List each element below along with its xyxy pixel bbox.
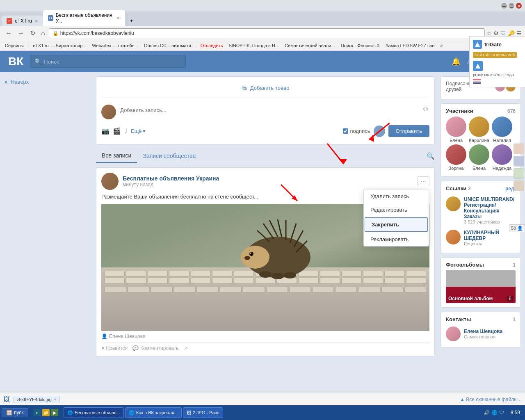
music-attach-icon[interactable]: ♩ (124, 127, 128, 135)
post-avatar (101, 173, 119, 190)
contact-avatar-1 (446, 326, 461, 341)
menu-pin[interactable]: Закрепить (365, 217, 428, 232)
links-title-text: Ссылки (446, 185, 466, 192)
edge-icon-1[interactable] (514, 144, 524, 154)
album-preview[interactable]: Основной альбом 6 (446, 270, 516, 303)
bookmark-lamp[interactable]: Лампа LED 5W E27 све (383, 42, 436, 49)
quicklaunch-ie[interactable]: e (34, 409, 41, 416)
video-icon[interactable]: 🎬 (113, 127, 121, 135)
tab-vk-close[interactable]: ✕ (116, 16, 120, 21)
tab-etxt[interactable]: e eTXT.ru ✕ (2, 16, 43, 26)
minimize-btn[interactable]: ─ (501, 3, 507, 9)
menu-edit[interactable]: Редактировать (364, 203, 429, 217)
bookmark-track[interactable]: Отследить (199, 42, 225, 49)
subscribe-checkbox[interactable] (343, 128, 348, 134)
bookmark-more[interactable]: » (438, 42, 444, 49)
submit-button[interactable]: Отправить (388, 125, 429, 137)
add-product-btn[interactable]: 🛍 Добавить товар (101, 82, 429, 94)
bookmark-sinoptik[interactable]: SINOPTIK: Погода в Н... (227, 42, 281, 49)
share-button[interactable]: ↗ (184, 345, 188, 351)
contact-name-1[interactable]: Елена Шевцова (464, 329, 502, 334)
taskbar-item-3-label: 2.JPG - Paint (193, 410, 219, 415)
vk-search-bar[interactable]: 🔍 (30, 55, 186, 68)
download-all-link[interactable]: ▲ Все скачанные файлы... (460, 397, 522, 402)
download-bar: 🖼 z5k6FYF4dxk.jpg ▾ ▲ Все скачанные файл… (0, 393, 525, 405)
like-label: Нравится (106, 345, 128, 351)
vk-logo[interactable]: ВК (8, 55, 23, 68)
back-icon: ∧ (4, 79, 8, 85)
notifications-icon[interactable]: 🔔 (452, 57, 461, 66)
compose-actions: 📷 🎬 ♩ Ещё ▾ подпись Отправи (101, 123, 429, 139)
key (197, 287, 219, 292)
back-button[interactable]: ← (3, 29, 14, 38)
tab-etxt-label: eTXT.ru (15, 18, 32, 24)
frigate-status-text: proxy включён всегда (473, 73, 514, 77)
key (105, 287, 126, 292)
tab-vk[interactable]: В Бесплатные объявления У... ✕ (43, 10, 125, 26)
tab-search-icon[interactable]: 🔍 (427, 152, 435, 160)
forward-button[interactable]: → (16, 29, 26, 38)
quicklaunch-media[interactable]: ▶ (51, 409, 58, 416)
download-chevron[interactable]: ▾ (54, 397, 56, 402)
maximize-btn[interactable]: □ (509, 3, 514, 9)
bookmark-obmen[interactable]: Obmen.CC :: автомати... (142, 42, 196, 49)
vk-page: ВК 🔍 🔔 ♫ Елена Е ▼ (0, 51, 525, 420)
edge-icon-3[interactable] (514, 168, 524, 179)
quicklaunch-folder[interactable]: 📁 (42, 409, 50, 416)
emoji-icon[interactable]: ☺ (422, 105, 429, 113)
edge-icon-2[interactable] (514, 156, 524, 167)
taskbar-item-2[interactable]: 🌐 Как в ВК закрепля... (125, 407, 182, 418)
taskbar-quicklaunch: e 📁 ▶ (34, 409, 58, 416)
close-btn[interactable]: ✕ (516, 3, 522, 9)
tab-etxt-close[interactable]: ✕ (34, 18, 38, 24)
compose-input[interactable] (120, 105, 418, 116)
reload-button[interactable]: ↻ (28, 28, 37, 38)
start-label: пуск (14, 410, 24, 415)
comment-button[interactable]: 💬 Комментировать (132, 345, 178, 351)
tabs-bar: Все записи Записи сообщества 🔍 (96, 149, 435, 163)
address-bar[interactable]: 🔒 https://vk.com/besedkaobyavleniu (49, 28, 485, 38)
edge-icon-4[interactable] (514, 180, 524, 191)
bookmark-etxt[interactable]: eTXT.ru — Биржа копир... (31, 42, 88, 49)
menu-advertise[interactable]: Рекламировать (364, 233, 429, 246)
menu-delete[interactable]: Удалить запись (364, 189, 429, 203)
key (406, 271, 426, 276)
flag-us (473, 79, 481, 84)
link-title-1[interactable]: UNICE MULTIBRAND/ Регистрация/ Консульта… (464, 196, 516, 219)
back-to-top[interactable]: ∧ Наверх (4, 76, 86, 87)
bookmark-semantic[interactable]: Семантический анали... (283, 42, 337, 49)
more-btn[interactable]: Ещё ▾ (131, 128, 146, 134)
like-button[interactable]: ♥ Нравится (101, 345, 128, 351)
extensions-button[interactable]: ⚙ (493, 30, 499, 37)
browser-frame: ─ □ ✕ e eTXT.ru ✕ В Бесплатные объявлени… (0, 0, 525, 420)
tab-all-posts[interactable]: Все записи (96, 149, 137, 163)
svg-point-11 (250, 253, 251, 254)
clock-time: 8:59 (511, 410, 520, 415)
download-item[interactable]: z5k6FYF4dxk.jpg ▾ (13, 396, 60, 403)
home-button[interactable]: ⌂ (39, 29, 47, 38)
tab-new[interactable]: + (125, 16, 138, 26)
post-menu-button[interactable]: ··· Удалить запись Редактировать Закрепи… (417, 176, 429, 186)
notif-2: 🌐 (491, 410, 498, 415)
post-author[interactable]: Бесплатные объявления Украина (123, 175, 413, 182)
password-button[interactable]: 🔑 (508, 30, 515, 37)
taskbar-item-1[interactable]: 🌐 Бесплатные объявл... (64, 407, 124, 418)
link-1: UNICE MULTIBRAND/ Регистрация/ Консульта… (446, 194, 516, 227)
tab-community-posts[interactable]: Записи сообщества (137, 149, 201, 162)
post-footer: ♥ Нравится 💬 Комментировать ↗ (101, 342, 429, 351)
links-count: 2 (468, 186, 471, 192)
bookmark-webartex[interactable]: Webartex — статейн... (90, 42, 140, 49)
bookmark-florist[interactable]: Поиск - Флорист-Х (339, 42, 381, 49)
link-title-2[interactable]: КУЛИНАРНЫЙ ШЕДЕВР (464, 230, 516, 241)
photo-icon[interactable]: 📷 (101, 127, 110, 135)
taskbar-item-3[interactable]: 🖼 2.JPG - Paint (183, 407, 223, 418)
albums-block: Фотоальбомы 1 Основной альбом 6 (441, 257, 521, 308)
key (404, 287, 426, 292)
shield-button[interactable]: 🛡 (500, 30, 506, 37)
menu-button[interactable]: ☰ (516, 30, 522, 37)
key (320, 278, 340, 283)
search-input[interactable] (44, 59, 181, 65)
star-button[interactable]: ☆ (486, 30, 492, 37)
start-button[interactable]: 🪟 пуск (2, 408, 28, 417)
bookmark-services[interactable]: Сервисы (3, 42, 25, 49)
